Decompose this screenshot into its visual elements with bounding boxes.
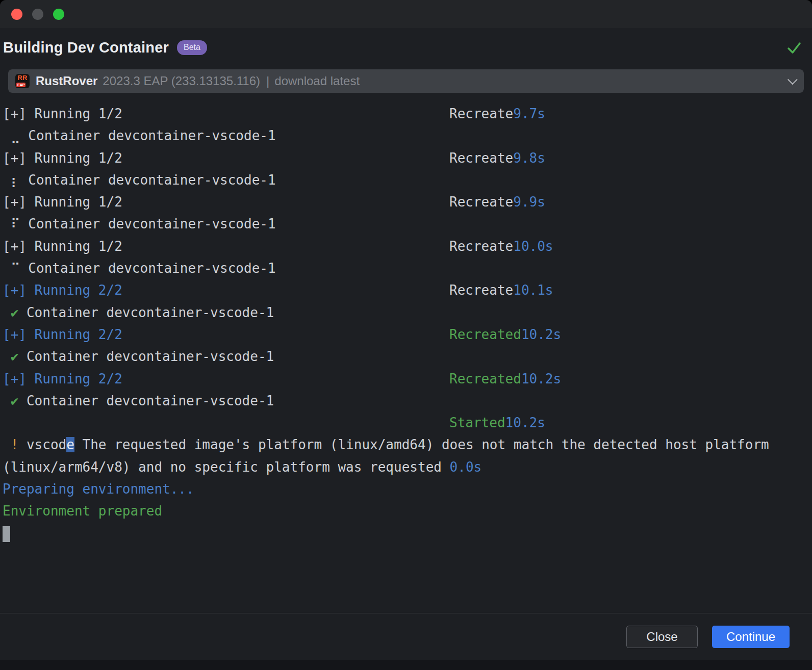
log-text-segment: 10.1s (513, 282, 553, 298)
log-text-segment: ! (11, 437, 19, 452)
log-text-segment: Recreated (449, 371, 521, 386)
log-line: ✔ Container devcontainer-vscode-1 (3, 346, 810, 368)
ide-name: RustRover (36, 74, 97, 88)
log-text-segment: ⡆ Container devcontainer-vscode-1 (3, 172, 276, 188)
log-text-segment: [+] Running 1/2 (3, 194, 122, 210)
log-status-column: Recreate10.0s (449, 236, 553, 257)
log-line: ✔ Container devcontainer-vscode-1 (3, 302, 810, 324)
log-text-segment: Recreate (449, 150, 513, 166)
terminal-block-cursor (3, 526, 10, 542)
log-line: [+] Running 1/2Recreate9.7s (3, 103, 810, 125)
titlebar (0, 0, 812, 28)
log-status-column: Recreate9.9s (449, 191, 545, 213)
log-text-segment: ✔ (11, 305, 19, 320)
log-status-column: Recreate9.7s (449, 103, 545, 125)
rustrover-logo-icon: RR EAP (15, 74, 30, 88)
log-line: [+] Running 2/2Recreated10.2s (3, 324, 810, 346)
log-line: (linux/arm64/v8) and no specific platfor… (3, 456, 810, 478)
bottom-edge (0, 660, 812, 670)
log-text-segment: 9.8s (513, 150, 545, 166)
beta-badge: Beta (177, 40, 207, 55)
close-button[interactable]: Close (626, 626, 698, 648)
ide-selector-dropdown[interactable]: RR EAP RustRover 2023.3 EAP (233.13135.1… (8, 69, 804, 93)
log-text-segment: vscod (18, 437, 66, 452)
log-text-segment: Recreate (449, 282, 513, 298)
log-text-segment: (linux/arm64/v8) and no specific platfor… (3, 459, 450, 475)
log-line: ⠏ Container devcontainer-vscode-1 (3, 213, 810, 235)
log[interactable]: [+] Running 1/2Recreate9.7s ⣀ Container … (0, 93, 812, 545)
log-line: Environment prepared (3, 500, 810, 522)
log-text-segment: [+] Running 2/2 (3, 327, 122, 342)
rustrover-logo-letters: RR (18, 74, 28, 82)
download-latest-link[interactable]: download latest (274, 74, 360, 88)
log-text-segment: Environment prepared (3, 503, 162, 519)
close-traffic-light[interactable] (11, 9, 22, 20)
chevron-down-icon (788, 74, 798, 85)
log-text-segment: Container devcontainer-vscode-1 (18, 305, 274, 320)
log-text-segment: 10.2s (521, 327, 561, 342)
log-text-segment: e (66, 437, 74, 452)
log-line: ⠉ Container devcontainer-vscode-1 (3, 257, 810, 279)
log-text-segment: 10.2s (521, 371, 561, 386)
log-text-segment: [+] Running 1/2 (3, 106, 122, 121)
log-text-segment: 0.0s (450, 459, 482, 475)
log-text-segment (3, 393, 11, 408)
log-line: Started10.2s (3, 412, 810, 434)
log-line: ! vscode The requested image's platform … (3, 434, 810, 456)
log-text-segment: ⣀ Container devcontainer-vscode-1 (3, 128, 276, 143)
log-line (3, 523, 810, 545)
log-text-segment: Recreate (449, 194, 513, 210)
log-line: [+] Running 2/2Recreated10.2s (3, 368, 810, 390)
log-status-column: Recreate10.1s (449, 279, 553, 301)
log-line: [+] Running 1/2Recreate10.0s (3, 236, 810, 257)
minimize-traffic-light[interactable] (32, 9, 43, 20)
log-status-column: Recreate9.8s (449, 147, 545, 169)
content-spacer (0, 545, 812, 613)
log-text-segment: 10.2s (505, 415, 545, 430)
header: Building Dev Container Beta (0, 28, 812, 56)
log-line: [+] Running 1/2Recreate9.9s (3, 191, 810, 213)
log-text-segment: ✔ (11, 349, 19, 364)
log-line: [+] Running 2/2Recreate10.1s (3, 279, 810, 301)
continue-button[interactable]: Continue (712, 626, 790, 648)
log-line: [+] Running 1/2Recreate9.8s (3, 147, 810, 169)
log-text-segment: Recreate (449, 106, 513, 121)
success-check-icon (786, 41, 802, 55)
log-text-segment: Preparing environment... (3, 481, 194, 497)
footer-bar: Close Continue (0, 613, 812, 660)
ide-version: 2023.3 EAP (233.13135.116) (103, 74, 260, 88)
log-text-segment: Container devcontainer-vscode-1 (18, 349, 274, 364)
dialog-window: Building Dev Container Beta RR EAP RustR… (0, 0, 812, 670)
log-text-segment: ⠉ Container devcontainer-vscode-1 (3, 261, 276, 276)
log-text-segment: The requested image's platform (linux/am… (74, 437, 769, 452)
log-text-segment: [+] Running 2/2 (3, 371, 122, 386)
log-text-segment: Recreate (449, 239, 513, 254)
log-text-segment: 9.9s (513, 194, 545, 210)
log-line: ⡆ Container devcontainer-vscode-1 (3, 169, 810, 191)
version-separator: | (266, 74, 269, 88)
log-text-segment: 9.7s (513, 106, 545, 121)
rustrover-eap-tag: EAP (16, 83, 26, 87)
log-text-segment (3, 349, 11, 364)
log-text-segment: Container devcontainer-vscode-1 (18, 393, 274, 408)
log-status-column: Recreated10.2s (449, 324, 561, 346)
log-status-column: Recreated10.2s (449, 368, 561, 390)
log-text-segment: 10.0s (513, 239, 553, 254)
page-title: Building Dev Container (3, 39, 169, 56)
log-line: ✔ Container devcontainer-vscode-1 (3, 390, 810, 412)
log-text-segment: ✔ (11, 393, 19, 408)
log-line: Preparing environment... (3, 478, 810, 500)
log-text-segment: Started (449, 415, 505, 430)
log-status-column: Started10.2s (449, 412, 545, 434)
log-text-segment: [+] Running 1/2 (3, 150, 122, 166)
zoom-traffic-light[interactable] (53, 9, 64, 20)
log-text-segment (3, 437, 11, 452)
log-text-segment (3, 305, 11, 320)
log-text-segment: ⠏ Container devcontainer-vscode-1 (3, 216, 276, 231)
log-line: ⣀ Container devcontainer-vscode-1 (3, 125, 810, 147)
log-text-segment: [+] Running 2/2 (3, 282, 122, 298)
log-text-segment: [+] Running 1/2 (3, 239, 122, 254)
log-text-segment: Recreated (449, 327, 521, 342)
